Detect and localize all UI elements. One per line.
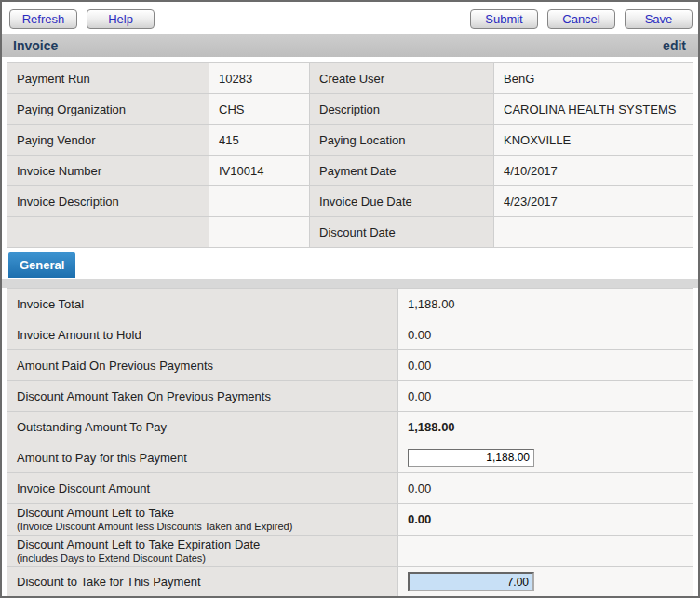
field-label-paying-organization: Paying Organization — [7, 94, 209, 125]
toolbar: Refresh Help Submit Cancel Save — [2, 2, 698, 34]
field-label-description: Description — [310, 94, 494, 125]
field-value-description: CAROLINA HEALTH SYSTEMS — [494, 94, 693, 125]
edit-link[interactable]: edit — [663, 38, 686, 53]
field-value-invoice-number: IV10014 — [209, 156, 310, 186]
row-value-outstanding-amount: 1,188.00 — [398, 412, 545, 442]
field-value-payment-date: 4/10/2017 — [494, 156, 693, 186]
row-value-discount-left-to-take: 0.00 — [398, 504, 545, 536]
row-extra-discount-taken-previous — [545, 381, 693, 412]
row-extra-discount-to-take — [545, 567, 693, 597]
row-value-amount-paid-previous: 0.00 — [398, 350, 545, 381]
field-value-paying-location: KNOXVILLE — [494, 125, 693, 156]
row-extra-amount-paid-previous — [545, 350, 693, 381]
field-value-paying-vendor: 415 — [209, 125, 310, 156]
field-label-payment-date: Payment Date — [310, 156, 494, 186]
field-label-payment-run: Payment Run — [7, 63, 209, 94]
page-title: Invoice — [13, 38, 58, 53]
row-label-discount-left-to-take: Discount Amount Left to Take (Invoice Di… — [7, 504, 398, 536]
row-cell-amount-to-pay — [398, 442, 545, 473]
row-label-discount-expiration-date: Discount Amount Left to Take Expiration … — [7, 536, 398, 567]
row-label-sub: (includes Days to Extend Discount Dates) — [17, 551, 260, 564]
field-label-create-user: Create User — [310, 63, 494, 94]
row-label-outstanding-amount: Outstanding Amount To Pay — [7, 412, 398, 442]
tab-general[interactable]: General — [8, 252, 75, 278]
row-value-invoice-total: 1,188.00 — [398, 289, 545, 319]
row-label-invoice-discount-amount: Invoice Discount Amount — [7, 473, 398, 504]
row-label-discount-to-take: Discount to Take for This Payment — [7, 567, 398, 597]
row-label-sub: (Invoice Discount Amount less Discounts … — [17, 520, 292, 533]
invoice-fields-table: Payment Run 10283 Create User BenG Payin… — [7, 62, 693, 248]
field-value-payment-run: 10283 — [209, 63, 310, 94]
field-label-invoice-number: Invoice Number — [7, 156, 209, 186]
row-extra-amount-to-pay — [545, 442, 693, 473]
row-label-discount-taken-previous: Discount Amount Taken On Previous Paymen… — [7, 381, 398, 412]
row-label-main: Discount Amount Left to Take Expiration … — [17, 538, 260, 551]
field-label-empty — [7, 217, 209, 248]
row-extra-discount-expiration-date — [545, 536, 693, 567]
row-extra-outstanding-amount — [545, 412, 693, 442]
row-label-main: Discount Amount Left to Take — [17, 507, 292, 520]
field-value-empty — [209, 217, 310, 248]
row-label-amount-paid-previous: Amount Paid On Previous Payments — [7, 350, 398, 381]
field-value-discount-date — [494, 217, 693, 248]
row-value-invoice-discount-amount: 0.00 — [398, 473, 545, 504]
row-extra-invoice-discount-amount — [545, 473, 693, 504]
field-label-discount-date: Discount Date — [310, 217, 494, 248]
field-label-invoice-description: Invoice Description — [7, 186, 209, 217]
row-value-discount-expiration-date — [398, 536, 545, 567]
row-extra-invoice-total — [545, 289, 693, 319]
row-value-discount-taken-previous: 0.00 — [398, 381, 545, 412]
row-label-invoice-amount-to-hold: Invoice Amount to Hold — [7, 319, 398, 350]
row-cell-discount-to-take — [398, 567, 545, 597]
field-value-invoice-due-date: 4/23/2017 — [494, 186, 693, 217]
discount-to-take-input[interactable] — [408, 572, 534, 591]
toolbar-left-group: Refresh Help — [9, 9, 155, 29]
row-label-amount-to-pay: Amount to Pay for this Payment — [7, 442, 398, 473]
tab-strip: General — [7, 252, 693, 279]
field-label-paying-vendor: Paying Vendor — [7, 125, 209, 156]
row-label-invoice-total: Invoice Total — [7, 289, 398, 319]
toolbar-right-group: Submit Cancel Save — [470, 9, 693, 29]
field-label-paying-location: Paying Location — [310, 125, 494, 156]
tab-shelf — [2, 279, 698, 288]
row-extra-discount-left-to-take — [545, 504, 693, 536]
row-extra-invoice-amount-to-hold — [545, 319, 693, 350]
help-button[interactable]: Help — [87, 9, 155, 29]
row-value-invoice-amount-to-hold: 0.00 — [398, 319, 545, 350]
amount-to-pay-input[interactable] — [408, 449, 534, 467]
save-button[interactable]: Save — [625, 9, 693, 29]
invoice-header-bar: Invoice edit — [2, 34, 698, 57]
field-value-invoice-description — [209, 186, 310, 217]
field-label-invoice-due-date: Invoice Due Date — [310, 186, 494, 217]
cancel-button[interactable]: Cancel — [547, 9, 615, 29]
submit-button[interactable]: Submit — [470, 9, 538, 29]
field-value-create-user: BenG — [494, 63, 693, 94]
general-detail-table: Invoice Total 1,188.00 Invoice Amount to… — [7, 288, 693, 597]
refresh-button[interactable]: Refresh — [9, 9, 77, 29]
field-value-paying-organization: CHS — [209, 94, 310, 125]
